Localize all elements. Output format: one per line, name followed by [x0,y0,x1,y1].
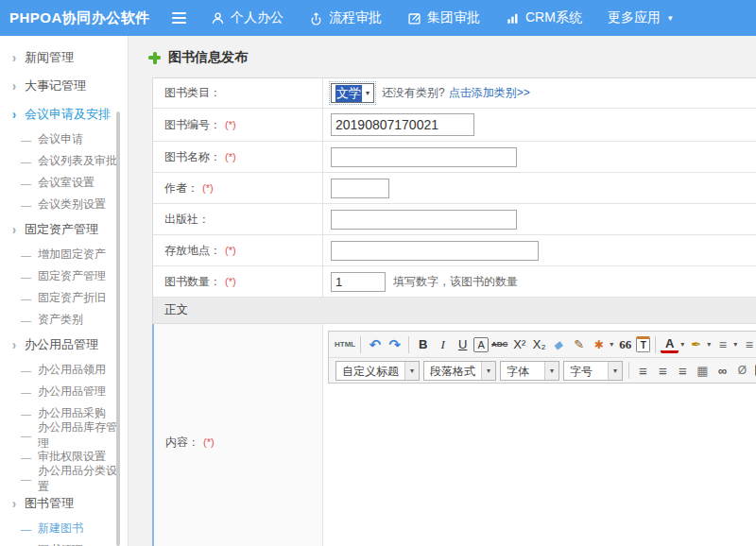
subscript-button[interactable]: X₂ [530,334,548,354]
font-color-button[interactable]: A [661,336,679,353]
sidebar-subitem-meeting-category[interactable]: —会议类别设置 [0,194,128,215]
font-size-dropdown[interactable]: 字号▾ [563,361,623,381]
toolbar-separator [408,336,409,353]
green-plus-icon [148,52,161,64]
book-form: 图书类目： 文学 ▾ 还没有类别? 点击添加类别>> 图书编号：(*) [152,77,756,546]
underline-button[interactable]: U [454,334,472,354]
nav-item-more-apps[interactable]: 更多应用 ▾ [608,9,673,26]
form-row-location: 存放地点：(*) [153,235,756,266]
eraser-icon[interactable]: ◆ [547,334,571,354]
link-icon[interactable]: ∞ [713,361,731,381]
sidebar-item-supplies[interactable]: ›办公用品管理 [0,331,128,359]
caret-down-icon[interactable]: ▾ [610,340,613,349]
edit-icon [407,11,421,26]
quantity-input[interactable] [331,272,386,292]
sidebar-scrollbar[interactable] [116,111,120,546]
sidebar-subitem-meeting-room[interactable]: —会议室设置 [0,172,128,194]
content-label: 内容： [165,435,199,451]
redo-icon[interactable]: ↷ [386,334,404,354]
undo-icon[interactable]: ↶ [366,334,384,354]
category-select[interactable]: 文学 ▾ [331,83,374,103]
html-source-button[interactable]: HTML [335,334,355,354]
align-right-button[interactable]: ≡ [674,361,692,381]
add-category-link[interactable]: 点击添加类别>> [449,85,530,101]
sidebar-subitem-supplies-claim[interactable]: —办公用品领用 [0,359,128,381]
dash-icon: — [21,156,31,167]
form-row-author: 作者：(*) [153,173,756,204]
book-no-label: 图书编号： [164,117,221,133]
sidebar-subitem-supplies-stock[interactable]: —办公用品库存管理 [0,424,128,446]
required-mark: (*) [225,119,236,130]
paint-format-icon[interactable]: ✱ [590,334,608,354]
sidebar-subitem-supplies-category[interactable]: —办公用品分类设置 [0,468,128,489]
sidebar-item-events[interactable]: ›大事记管理 [0,72,128,100]
caret-down-icon[interactable]: ▾ [680,340,684,349]
bar-chart-icon [506,11,520,26]
dash-icon: — [21,386,31,398]
sidebar-subitem-asset-category[interactable]: —资产类别 [0,309,128,331]
strikethrough-button[interactable]: ABC [490,334,508,354]
editor-toolbar-row2: 自定义标题▾ 段落格式▾ 字体▾ 字号▾ ≡ ≡ ≡ ▦ ∞ Ø [329,357,756,383]
sidebar-subitem-meeting-list[interactable]: —会议列表及审批 [0,150,128,172]
dash-icon: — [21,271,31,282]
rich-text-editor: HTML ↶ ↷ B I U A ABC X² [323,324,756,546]
dash-icon: — [21,134,31,145]
publisher-input[interactable] [331,210,517,230]
dash-icon: — [21,315,31,326]
unlink-icon[interactable]: Ø [733,361,751,381]
sidebar-subitem-asset-add[interactable]: —增加固定资产 [0,244,128,265]
format-brush-icon[interactable]: ✎ [570,334,588,354]
font-family-dropdown[interactable]: 字体▾ [500,361,559,381]
sidebar-subitem-book-manage[interactable]: —图书管理 [0,539,128,546]
nav-item-process-approval[interactable]: 流程审批 [309,9,382,26]
dash-icon: — [21,249,31,261]
sidebar-item-meeting[interactable]: ›会议申请及安排 [0,100,128,128]
location-input[interactable] [331,241,539,261]
nav-item-group-approval[interactable]: 集团审批 [407,9,480,26]
custom-heading-dropdown[interactable]: 自定义标题▾ [335,361,420,381]
bold-button[interactable]: B [414,334,432,354]
caret-down-icon[interactable]: ▾ [707,340,711,349]
page-title: 图书信息发布 [129,36,756,66]
editor-content-area[interactable] [328,384,756,546]
editor-toolbar-row1: HTML ↶ ↷ B I U A ABC X² [329,332,756,357]
align-center-button[interactable]: ≡ [654,361,672,381]
dash-icon: — [21,178,31,189]
toolbar-separator [360,336,361,353]
ordered-list-button[interactable]: ≡ [713,334,731,354]
paragraph-format-dropdown[interactable]: 段落格式▾ [423,361,496,381]
hamburger-menu-icon[interactable] [168,9,190,27]
user-icon [211,11,225,26]
chevron-right-icon: › [12,107,16,123]
publisher-label: 出版社： [164,212,210,228]
bullet-list-button[interactable]: ≡ [740,334,756,354]
paste-icon[interactable]: T [636,336,650,352]
blockquote-button[interactable]: 66 [616,334,634,354]
sidebar-subitem-asset-manage[interactable]: —固定资产管理 [0,265,128,287]
align-left-button[interactable]: ≡ [634,361,652,381]
italic-button[interactable]: I [434,334,452,354]
superscript-button[interactable]: X² [510,334,528,354]
nav-item-crm-system[interactable]: CRM系统 [506,9,582,26]
required-mark: (*) [225,276,236,287]
app-logo: PHPOA协同办公软件 [0,9,168,27]
font-style-button[interactable]: A [473,337,489,352]
author-input[interactable] [331,179,389,198]
caret-down-icon[interactable]: ▾ [733,340,737,349]
sidebar-subitem-book-new[interactable]: —新建图书 [0,518,128,539]
form-row-book-name: 图书名称：(*) [153,142,756,173]
sidebar-subitem-meeting-apply[interactable]: —会议申请 [0,128,128,150]
sidebar-subitem-supplies-manage[interactable]: —办公用品管理 [0,381,128,402]
sidebar-item-assets[interactable]: ›固定资产管理 [0,215,128,244]
caret-down-icon: ▾ [544,362,558,380]
top-nav: 个人办公 流程审批 集团审批 CRM系统 更多应用 ▾ [211,9,672,26]
sidebar-item-news[interactable]: ›新闻管理 [0,43,128,72]
highlight-pen-icon[interactable]: ✒ [687,334,705,354]
book-no-input[interactable] [331,113,474,136]
nav-item-personal-office[interactable]: 个人办公 [211,9,284,26]
book-name-input[interactable] [331,147,517,167]
required-mark: (*) [225,245,236,256]
editor-toolbar: HTML ↶ ↷ B I U A ABC X² [328,331,756,384]
sidebar-subitem-asset-depreciation[interactable]: —固定资产折旧 [0,287,128,309]
justify-button[interactable]: ▦ [694,361,712,381]
